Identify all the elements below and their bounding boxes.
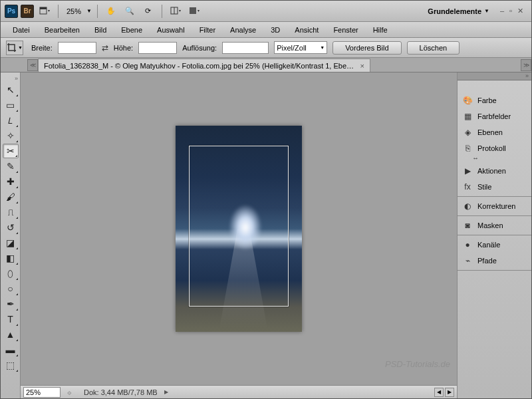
screen-mode-icon[interactable]: [186, 4, 202, 19]
clear-button[interactable]: Löschen: [407, 41, 460, 55]
menu-bearbeiten[interactable]: Bearbeiten: [38, 24, 86, 36]
masken-panel-icon: ◙: [462, 220, 473, 231]
protokoll-panel-label: Protokoll: [477, 144, 506, 152]
resolution-label: Auflösung:: [182, 44, 217, 52]
eraser-tool[interactable]: ◪: [3, 235, 19, 250]
aktionen-panel-icon: ▶: [462, 166, 473, 176]
menu-analyse[interactable]: Analyse: [223, 24, 263, 36]
photoshop-logo-icon[interactable]: Ps: [5, 5, 18, 18]
doc-tab-title: Fotolia_1362838_M - © Oleg Matyukhov - F…: [44, 62, 356, 70]
aktionen-panel-label: Aktionen: [477, 167, 506, 175]
farbfelder-panel-label: Farbfelder: [477, 112, 511, 120]
zoom-dropdown-icon[interactable]: ▼: [86, 8, 92, 14]
dock-group1-chevron-icon[interactable]: [458, 80, 531, 91]
resolution-input[interactable]: [222, 42, 269, 54]
pfade-panel[interactable]: ⌁Pfade: [458, 253, 531, 269]
menu-filter[interactable]: Filter: [193, 24, 222, 36]
blur-tool[interactable]: ⬯: [3, 266, 19, 281]
gradient-tool[interactable]: ◧: [3, 251, 19, 265]
eyedropper-tool[interactable]: ✎: [3, 159, 19, 174]
hand-tool-icon[interactable]: ✋: [103, 4, 119, 19]
front-image-button[interactable]: Vorderes Bild: [332, 41, 401, 55]
layout-dropdown-icon[interactable]: [37, 4, 53, 19]
farbe-panel-label: Farbe: [477, 96, 497, 104]
dodge-tool[interactable]: ○: [3, 281, 19, 296]
3d-tool[interactable]: ⬚: [3, 358, 19, 372]
document-tab[interactable]: Fotolia_1362838_M - © Oleg Matyukhov - F…: [38, 59, 370, 72]
width-input[interactable]: [58, 42, 96, 54]
protokoll-panel-icon: ⎘: [462, 143, 473, 154]
status-info-icon[interactable]: ⟐: [67, 388, 72, 396]
maximize-icon[interactable]: ▫: [509, 7, 512, 15]
aktionen-panel[interactable]: ▶Aktionen: [458, 163, 531, 179]
farbe-panel[interactable]: 🎨Farbe: [458, 92, 531, 108]
zoom-level-display[interactable]: 25%: [64, 7, 84, 15]
svg-rect-4: [190, 7, 196, 14]
units-select[interactable]: Pixel/Zoll▼: [274, 41, 327, 54]
right-panel-dock: » 🎨Farbe▦Farbfelder◈Ebenen⎘Protokoll↔▶Ak…: [457, 72, 531, 398]
ebenen-panel[interactable]: ◈Ebenen: [458, 124, 531, 140]
stile-panel[interactable]: fxStile: [458, 179, 531, 195]
tab-scroll-right-icon[interactable]: ≫: [521, 59, 531, 71]
history-brush-tool[interactable]: ↺: [3, 220, 19, 235]
tab-scroll-left-icon[interactable]: ≪: [27, 59, 38, 71]
menu-datei[interactable]: Datei: [6, 24, 37, 36]
ebenen-panel-label: Ebenen: [477, 128, 503, 136]
shape-tool[interactable]: ▬: [3, 342, 19, 357]
menu-ebene[interactable]: Ebene: [114, 24, 149, 36]
status-doc-info: Dok: 3,44 MB/7,78 MB: [78, 388, 158, 396]
minimize-icon[interactable]: –: [500, 7, 504, 15]
status-zoom-input[interactable]: [23, 387, 61, 398]
menu-hilfe[interactable]: Hilfe: [366, 24, 394, 36]
scroll-left-icon[interactable]: ◀: [434, 388, 444, 397]
bridge-logo-icon[interactable]: Br: [21, 5, 34, 18]
pen-tool[interactable]: ✒: [3, 297, 19, 311]
menu-auswahl[interactable]: Auswahl: [150, 24, 192, 36]
path-select-tool[interactable]: ▲: [3, 327, 19, 342]
swap-wh-icon[interactable]: ⇄: [102, 43, 108, 53]
arrange-dropdown-icon[interactable]: [168, 4, 184, 19]
status-bar: ⟐ Dok: 3,44 MB/7,78 MB ▶ ◀ ▶: [21, 385, 457, 398]
rotate-view-icon[interactable]: ⟳: [140, 4, 156, 19]
menu-ansicht[interactable]: Ansicht: [288, 24, 325, 36]
wand-tool[interactable]: ✧: [3, 128, 19, 143]
move-tool[interactable]: ↖: [3, 82, 19, 97]
workspace-dropdown[interactable]: Grundelemente▼: [424, 6, 493, 17]
korrekturen-panel[interactable]: ◐Korrekturen: [458, 198, 531, 214]
lasso-tool[interactable]: 𝘓: [3, 113, 19, 128]
status-dropdown-icon[interactable]: ▶: [164, 389, 168, 395]
svg-rect-1: [40, 7, 47, 9]
tools-expand-icon[interactable]: »: [1, 75, 20, 82]
close-icon[interactable]: ✕: [517, 7, 523, 15]
app-top-bar: Ps Br 25% ▼ ✋ 🔍 ⟳ Grundelemente▼ – ▫ ✕: [1, 1, 531, 22]
crop-tool[interactable]: ✂: [3, 144, 19, 158]
protokoll-resize-icon[interactable]: ↔: [458, 154, 531, 162]
farbfelder-panel-icon: ▦: [462, 111, 473, 122]
main-area: » ↖▭𝘓✧✂✎✚🖌⎍↺◪◧⬯○✒T▲▬⬚ PSD-Tutorials.de ⟐…: [1, 72, 531, 398]
app-window: Ps Br 25% ▼ ✋ 🔍 ⟳ Grundelemente▼ – ▫ ✕ D…: [0, 0, 532, 399]
zoom-tool-icon[interactable]: 🔍: [122, 4, 138, 19]
marquee-tool[interactable]: ▭: [3, 98, 19, 112]
height-input[interactable]: [138, 42, 177, 54]
type-tool[interactable]: T: [3, 312, 19, 327]
brush-tool[interactable]: 🖌: [3, 190, 19, 204]
menu-3d[interactable]: 3D: [264, 24, 287, 36]
canvas-viewport[interactable]: PSD-Tutorials.de: [21, 72, 457, 385]
ebenen-panel-icon: ◈: [462, 127, 473, 138]
tab-close-icon[interactable]: ×: [360, 62, 364, 70]
farbfelder-panel[interactable]: ▦Farbfelder: [458, 108, 531, 124]
crop-marquee[interactable]: [189, 146, 289, 307]
pfade-panel-label: Pfade: [477, 257, 497, 265]
kanaele-panel[interactable]: ●Kanäle: [458, 237, 531, 253]
scroll-right-icon[interactable]: ▶: [445, 388, 454, 397]
crop-tool-preset-icon[interactable]: ▼: [6, 41, 23, 55]
healing-tool[interactable]: ✚: [3, 174, 19, 189]
stamp-tool[interactable]: ⎍: [3, 205, 19, 219]
masken-panel[interactable]: ◙Masken: [458, 217, 531, 233]
height-label: Höhe:: [114, 44, 133, 52]
menu-bar: DateiBearbeitenBildEbeneAuswahlFilterAna…: [1, 22, 531, 38]
dock-collapse-icon[interactable]: »: [458, 72, 531, 80]
menu-fenster[interactable]: Fenster: [327, 24, 364, 36]
masken-panel-label: Masken: [477, 221, 503, 229]
menu-bild[interactable]: Bild: [88, 24, 113, 36]
